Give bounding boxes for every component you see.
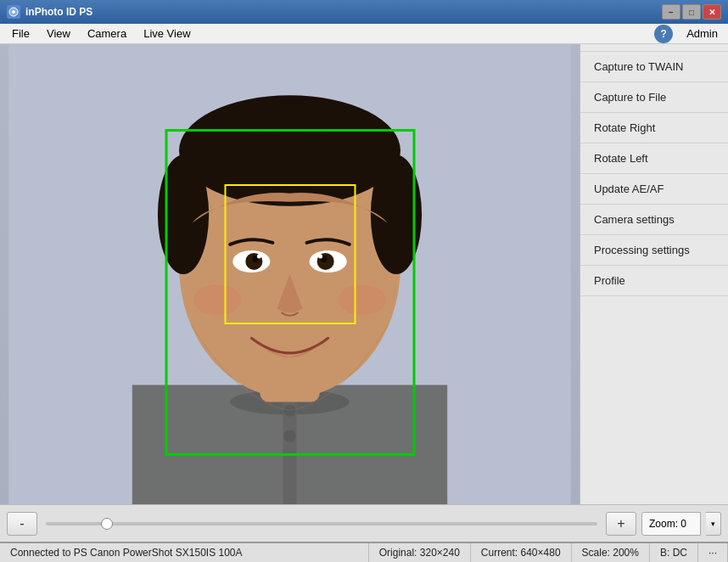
status-connection: Connected to PS Canon PowerShot SX150IS … [0,543,369,562]
menu-item-file[interactable]: File [3,25,38,42]
menu-item-liveview[interactable]: Live View [135,25,199,42]
svg-point-21 [318,254,322,258]
svg-point-23 [339,284,386,315]
menu-item-camera[interactable]: Camera [79,25,135,42]
zoom-slider-track [46,522,597,525]
help-button[interactable]: ? [654,25,673,43]
maximize-button[interactable]: □ [682,4,701,20]
zoom-slider-thumb [101,518,113,530]
menu-bar: File View Camera Live View ? Admin [0,24,728,44]
capture-twain-button[interactable]: Capture to TWAIN [580,51,728,82]
photo-area [0,44,580,504]
svg-point-17 [257,254,261,258]
rotate-left-button[interactable]: Rotate Left [580,143,728,174]
status-original: Original: 320×240 [369,543,471,562]
svg-point-8 [283,430,295,442]
profile-button[interactable]: Profile [580,266,728,296]
zoom-value: Zoom: 0 [641,512,701,536]
camera-settings-button[interactable]: Camera settings [580,205,728,235]
svg-point-22 [193,284,241,315]
title-bar: inPhoto ID PS − □ ✕ [0,0,728,24]
status-dots: ··· [698,543,728,562]
admin-button[interactable]: Admin [680,25,725,42]
window-controls: − □ ✕ [662,4,721,20]
right-sidebar: Capture to TWAIN Capture to File Rotate … [580,44,728,504]
zoom-dropdown-button[interactable]: ▾ [706,512,721,536]
zoom-slider-container [42,522,601,525]
plus-button[interactable]: + [606,512,636,536]
status-bar: Connected to PS Canon PowerShot SX150IS … [0,542,728,562]
capture-file-button[interactable]: Capture to File [580,82,728,113]
app-icon [7,5,20,19]
processing-settings-button[interactable]: Processing settings [580,235,728,266]
minimize-button[interactable]: − [662,4,680,20]
menu-item-view[interactable]: View [38,25,79,42]
close-button[interactable]: ✕ [703,4,721,20]
svg-rect-6 [283,385,296,504]
bottom-controls: - + Zoom: 0 ▾ [0,504,728,542]
svg-point-1 [12,10,15,14]
minus-button[interactable]: - [7,512,37,536]
update-aeaf-button[interactable]: Update AE/AF [580,174,728,205]
status-mode: B: DC [650,543,698,562]
main-area: Capture to TWAIN Capture to File Rotate … [0,44,728,504]
rotate-right-button[interactable]: Rotate Right [580,113,728,143]
status-current: Current: 640×480 [471,543,572,562]
person-image [0,44,580,504]
window-title: inPhoto ID PS [25,6,662,18]
status-scale: Scale: 200% [572,543,650,562]
